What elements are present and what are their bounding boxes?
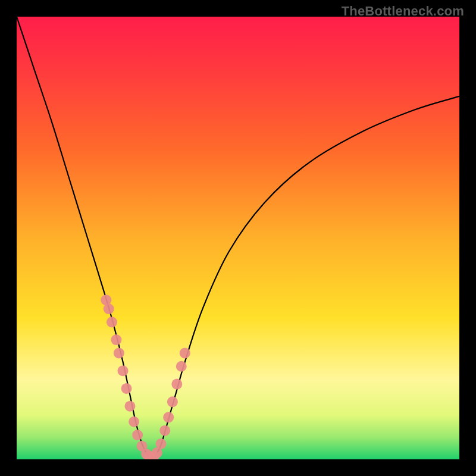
data-marker [124,401,135,412]
data-marker [118,365,129,376]
data-marker [156,439,167,449]
data-marker [107,317,117,327]
data-marker [104,303,114,314]
data-marker [167,396,178,407]
chart-frame: TheBottleneck.com [0,0,476,476]
data-marker [159,425,170,436]
bottleneck-chart [17,17,459,459]
data-marker [132,430,143,440]
plot-area [17,17,459,459]
data-marker [163,412,174,422]
data-marker [171,379,182,390]
data-marker [114,347,124,358]
data-marker [129,416,139,427]
data-marker [180,347,190,358]
data-marker [121,383,132,394]
data-marker [176,361,187,372]
data-marker [111,334,121,345]
